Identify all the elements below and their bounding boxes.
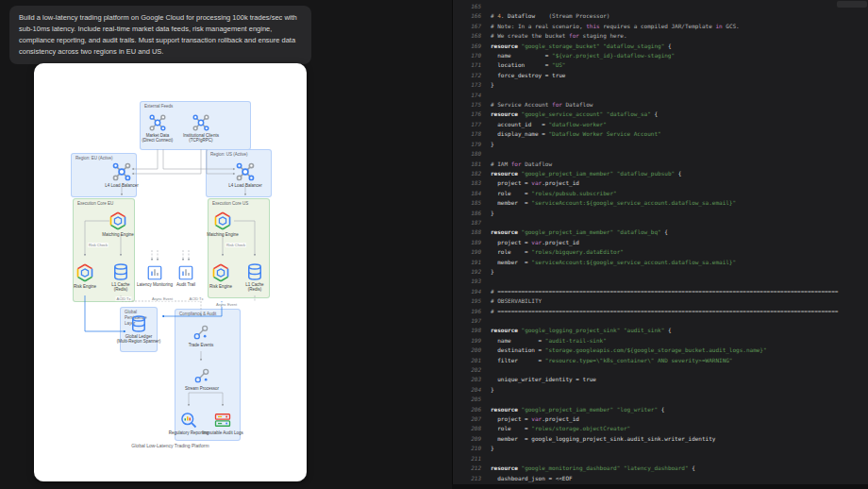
line-number: 211: [453, 454, 481, 464]
code-text: # We create the bucket for staging here.: [481, 31, 627, 41]
code-line: 198resource "google_logging_project_sink…: [453, 326, 868, 335]
code-line: 181# IAM for Dataflow: [453, 160, 868, 169]
code-line: 175# Service Account for Dataflow: [453, 100, 868, 110]
node-label: Global Ledger (Multi-Region Spanner): [114, 334, 163, 344]
line-number: 200: [453, 346, 481, 355]
code-line: 199 name = "audit-trail-sink": [453, 336, 868, 346]
code-line: 182resource "google_project_iam_member" …: [453, 169, 868, 178]
code-line: 196# ===================================…: [453, 307, 868, 316]
line-number: 190: [453, 247, 481, 257]
line-number: 166: [453, 11, 481, 21]
line-number: 199: [453, 336, 481, 346]
database-icon: [245, 262, 264, 281]
code-line: 174: [453, 91, 868, 100]
code-text: member = google_logging_project_sink.aud…: [481, 434, 715, 444]
node-matching-engine-us: Matching Engine: [194, 211, 251, 237]
pubsub-icon: [192, 323, 210, 342]
code-line: 209 member = google_logging_project_sink…: [453, 434, 868, 444]
code-text: }: [481, 444, 494, 453]
line-number: 209: [453, 434, 481, 444]
scrollbar-thumb[interactable]: [837, 1, 867, 8]
code-line: 213 dashboard_json = <<EOF: [453, 474, 868, 483]
code-line: 200 destination = "storage.googleapis.co…: [453, 346, 868, 355]
code-line: 193: [453, 277, 868, 286]
code-line: 201 filter = "resource.type=\"k8s_contai…: [453, 356, 868, 365]
code-text: # ======================================…: [481, 307, 838, 316]
code-text: # OBSERVABILITY: [481, 296, 542, 306]
code-text: role = "roles/storage.objectCreator": [481, 424, 630, 433]
line-number: 202: [453, 365, 481, 375]
code-line: 208 role = "roles/storage.objectCreator": [453, 424, 868, 433]
prompt-card: Build a low-latency trading platform on …: [9, 6, 311, 64]
prompt-text: Build a low-latency trading platform on …: [19, 13, 297, 56]
diagram-canvas[interactable]: External Feeds Region: EU (Active) Regio…: [34, 63, 307, 481]
node-stream-processor: Stream Processor: [174, 366, 230, 391]
code-line: 210}: [453, 444, 868, 453]
node-label: Matching Engine: [90, 232, 146, 237]
line-number: 184: [453, 189, 481, 198]
node-institutional-clients: Institutional Clients (TCP/gRPC): [173, 113, 229, 143]
line-number: 178: [453, 129, 481, 139]
edge-label-risk-check-us: Risk Check: [225, 243, 246, 247]
code-text: }: [481, 80, 494, 90]
line-number: 183: [453, 178, 481, 188]
line-number: 198: [453, 326, 481, 335]
code-line: 195# OBSERVABILITY: [453, 296, 868, 306]
code-line: 197: [453, 316, 868, 326]
line-number: 173: [453, 80, 481, 90]
line-number: 210: [453, 444, 481, 453]
node-cache-us: L1 Cache (Redis): [226, 262, 283, 292]
line-number: 206: [453, 405, 481, 414]
node-label: L4 Load Balancer: [93, 183, 150, 188]
code-text: dashboard_json = <<EOF: [481, 474, 573, 483]
editor-bottom-edge: [452, 484, 868, 489]
edge-label-acid-tx-us: ACID Tx: [188, 296, 204, 301]
line-number: 205: [453, 395, 481, 404]
line-number: 193: [453, 277, 481, 286]
node-label: Trade Events: [173, 343, 229, 347]
line-number: 181: [453, 160, 481, 169]
node-trade-events: Trade Events: [173, 323, 229, 347]
code-text: resource "google_logging_project_sink" "…: [481, 326, 672, 335]
code-line: 212resource "google_monitoring_dashboard…: [453, 464, 868, 473]
code-editor[interactable]: 165166# 4. Dataflow (Stream Processor)16…: [452, 0, 868, 489]
code-text: force_destroy = true: [481, 71, 565, 80]
code-text: account_id = "dataflow-worker": [481, 120, 607, 129]
node-label: Audit Trail: [158, 282, 214, 287]
line-number: 207: [453, 414, 481, 424]
code-text: project = var.project_id: [481, 238, 579, 247]
code-line: 170 name = "${var.project_id}-dataflow-s…: [453, 51, 868, 60]
code-line: 172 force_destroy = true: [453, 71, 868, 80]
line-number: 176: [453, 110, 481, 119]
code-line: 186}: [453, 209, 868, 218]
code-line: 168# We create the bucket for staging he…: [453, 31, 868, 41]
node-label: Matching Engine: [194, 232, 251, 237]
gke-hexagon-icon: [108, 211, 128, 231]
node-label: Institutional Clients (TCP/gRPC): [173, 133, 229, 143]
code-text: name = "audit-trail-sink": [481, 336, 607, 346]
node-global-ledger: Global Ledger (Multi-Region Spanner): [114, 314, 163, 344]
line-number: 169: [453, 42, 481, 51]
code-line: 179}: [453, 140, 868, 149]
line-number: 186: [453, 209, 481, 218]
line-number: 194: [453, 287, 481, 296]
code-text: destination = "storage.googleapis.com/${…: [481, 346, 767, 355]
code-text: [481, 395, 491, 404]
code-line: 166# 4. Dataflow (Stream Processor): [453, 11, 868, 21]
code-line: 184 role = "roles/pubsub.subscriber": [453, 189, 868, 198]
line-number: 165: [453, 2, 481, 11]
line-number: 212: [453, 464, 481, 473]
code-text: [481, 454, 491, 464]
line-number: 187: [453, 218, 481, 228]
line-number: 188: [453, 228, 481, 237]
line-number: 185: [453, 198, 481, 208]
code-line: 171 location = "US": [453, 60, 868, 70]
node-lb-eu: L4 Load Balancer: [93, 161, 150, 188]
code-text: project = var.project_id: [481, 414, 579, 424]
diagram-caption: Global Low-Latency Trading Platform: [34, 443, 307, 448]
code-text: resource "google_storage_bucket" "datafl…: [481, 42, 672, 51]
chart-icon: [177, 264, 194, 281]
node-matching-engine-eu: Matching Engine: [90, 211, 146, 237]
line-number: 203: [453, 375, 481, 384]
code-line: 167# Note: In a real scenario, this requ…: [453, 22, 868, 31]
